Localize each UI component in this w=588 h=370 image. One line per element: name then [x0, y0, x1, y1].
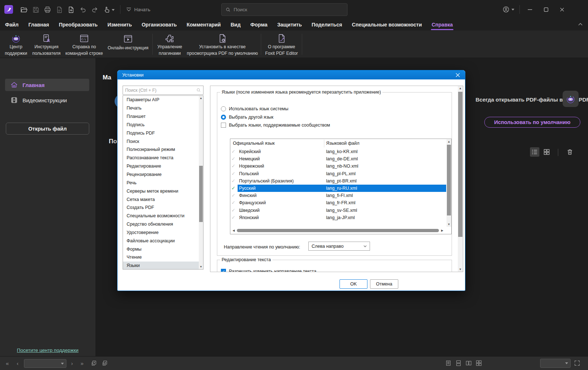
- menu-file[interactable]: Файл: [5, 22, 18, 28]
- category-item[interactable]: Серверы меток времени: [123, 187, 203, 195]
- language-row[interactable]: Финскийlang_fi-FI.xml: [230, 192, 446, 199]
- menu-accessibility[interactable]: Специальные возможности: [352, 22, 422, 28]
- menu-share[interactable]: Поделиться: [312, 22, 342, 28]
- language-row[interactable]: Португальский (Бразилия)lang_pt-BR.xml: [230, 177, 446, 185]
- category-item[interactable]: Файловые ассоциации: [123, 237, 203, 245]
- next-view-icon[interactable]: [102, 360, 108, 366]
- account-icon[interactable]: [501, 5, 511, 14]
- list-view-button[interactable]: [530, 147, 539, 157]
- set-default-viewer-button[interactable]: Установить в качестве просмотрщика PDF п…: [185, 32, 259, 57]
- category-item[interactable]: Средство обновления: [123, 220, 203, 229]
- delete-button[interactable]: [565, 147, 575, 157]
- search-input[interactable]: [234, 7, 344, 12]
- scrollbar-thumb[interactable]: [199, 166, 203, 222]
- page-number-combo[interactable]: [24, 359, 66, 368]
- checkbox-icon[interactable]: [221, 123, 226, 128]
- menu-convert[interactable]: Преобразовать: [59, 22, 98, 28]
- reading-direction-dropdown[interactable]: Слева направо: [308, 242, 370, 251]
- scroll-down-icon[interactable]: ▼: [447, 222, 451, 227]
- start-label[interactable]: Начать: [134, 7, 150, 12]
- facing-continuous-view-icon[interactable]: [476, 360, 482, 366]
- scroll-down-icon[interactable]: ▼: [458, 267, 463, 272]
- category-item[interactable]: Печать: [123, 104, 203, 112]
- menu-comment[interactable]: Комментарий: [186, 22, 221, 28]
- sidebar-item-home[interactable]: Главная: [5, 79, 89, 91]
- radio-choose-other-language[interactable]: Выбрать другой язык: [221, 115, 274, 120]
- last-page-icon[interactable]: »: [81, 360, 83, 367]
- radio-icon[interactable]: [221, 106, 226, 111]
- hand-tool-icon[interactable]: [103, 6, 111, 14]
- ai-assistant-button[interactable]: [563, 91, 579, 107]
- category-item[interactable]: Полноэкранный режим: [123, 145, 203, 154]
- category-item[interactable]: Формы: [123, 245, 203, 253]
- maximize-button[interactable]: [541, 5, 551, 14]
- ok-button[interactable]: OK: [340, 279, 367, 289]
- category-item[interactable]: Редактирование: [123, 162, 203, 170]
- previous-view-icon[interactable]: [91, 360, 97, 366]
- language-row[interactable]: Польскийlang_pl-PL.xml: [230, 170, 446, 177]
- save-icon[interactable]: [32, 6, 40, 14]
- language-row-selected[interactable]: Русскийlang_ru-RU.xml: [230, 185, 446, 192]
- account-dropdown-caret[interactable]: [511, 9, 514, 11]
- open-file-icon[interactable]: [20, 6, 28, 14]
- scrollbar-thumb[interactable]: [447, 145, 451, 215]
- radio-icon-selected[interactable]: [221, 115, 226, 120]
- checkbox-checked-icon[interactable]: ✓: [221, 269, 226, 272]
- redo-icon[interactable]: [91, 6, 99, 14]
- sidebar-item-video-tutorials[interactable]: Видеоинструкции: [5, 94, 89, 106]
- language-row[interactable]: Норвежскийlang_nb-NO.xml: [230, 163, 446, 170]
- scroll-up-icon[interactable]: ▲: [447, 139, 451, 144]
- next-page-icon[interactable]: ›: [71, 360, 73, 367]
- scroll-up-icon[interactable]: ▲: [458, 86, 463, 91]
- category-item-selected[interactable]: Языки: [123, 262, 203, 270]
- language-row[interactable]: Шведскийlang_sv-SE.xml: [230, 207, 446, 214]
- language-row[interactable]: Корейскийlang_ko-KR.xml: [230, 148, 446, 155]
- category-item[interactable]: Специальные возможности: [123, 212, 203, 220]
- print-icon[interactable]: [44, 6, 52, 14]
- category-item[interactable]: Поиск: [123, 137, 203, 145]
- minimize-button[interactable]: [525, 5, 535, 14]
- menu-home[interactable]: Главная: [28, 22, 49, 28]
- document-icon[interactable]: [55, 6, 63, 14]
- category-item[interactable]: Параметры AIP: [123, 96, 203, 104]
- about-button[interactable]: О программе Foxit PDF Editor: [263, 32, 300, 57]
- fullscreen-icon[interactable]: [574, 360, 580, 366]
- menu-help[interactable]: Справка: [432, 22, 453, 28]
- dialog-search[interactable]: [123, 86, 203, 95]
- cancel-button[interactable]: Отмена: [370, 279, 398, 289]
- scrollbar-thumb[interactable]: [237, 229, 439, 232]
- use-as-default-button[interactable]: Использовать по умолчанию: [484, 117, 580, 128]
- radio-use-system-language[interactable]: Использовать язык системы: [221, 106, 288, 111]
- close-button[interactable]: [557, 5, 567, 14]
- category-item[interactable]: Планшет: [123, 112, 203, 121]
- new-document-icon[interactable]: [67, 6, 75, 14]
- open-file-button[interactable]: Открыть файл: [6, 123, 89, 135]
- category-item[interactable]: Чтение: [123, 253, 203, 262]
- dialog-titlebar[interactable]: Установки: [118, 70, 465, 79]
- first-page-icon[interactable]: «: [6, 360, 9, 367]
- category-item[interactable]: Подпись: [123, 121, 203, 129]
- continuous-view-icon[interactable]: [455, 360, 462, 366]
- hand-tool-dropdown-caret[interactable]: [112, 9, 115, 11]
- global-search[interactable]: [221, 3, 348, 16]
- table-vertical-scrollbar[interactable]: ▲ ▼: [447, 139, 451, 227]
- checkbox-allow-text-direction[interactable]: ✓ Разрешить изменять направление текста: [221, 269, 316, 272]
- menu-edit[interactable]: Изменить: [107, 22, 132, 28]
- language-row[interactable]: Французскийlang_fr-FR.xml: [230, 199, 446, 206]
- zoom-level-combo[interactable]: [540, 359, 571, 368]
- command-line-help-button[interactable]: C:\ Справка по командной строке: [63, 32, 105, 57]
- category-item[interactable]: Речь: [123, 178, 203, 187]
- table-horizontal-scrollbar[interactable]: ◀ ▶: [231, 228, 445, 233]
- category-scrollbar[interactable]: ▲ ▼: [199, 96, 203, 269]
- scrollbar-thumb[interactable]: [458, 92, 462, 237]
- category-item[interactable]: Рецензирование: [123, 170, 203, 179]
- category-item[interactable]: Подпись PDF: [123, 129, 203, 137]
- dialog-close-button[interactable]: [451, 70, 465, 79]
- category-item[interactable]: Создать PDF: [123, 204, 203, 212]
- menu-form[interactable]: Форма: [250, 22, 267, 28]
- undo-icon[interactable]: [79, 6, 87, 14]
- scroll-up-icon[interactable]: ▲: [199, 96, 203, 100]
- support-center-link[interactable]: Посетите центр поддержки: [0, 348, 95, 353]
- category-item[interactable]: Распознавание текста: [123, 154, 203, 162]
- ribbon-expand-icon[interactable]: [578, 22, 583, 26]
